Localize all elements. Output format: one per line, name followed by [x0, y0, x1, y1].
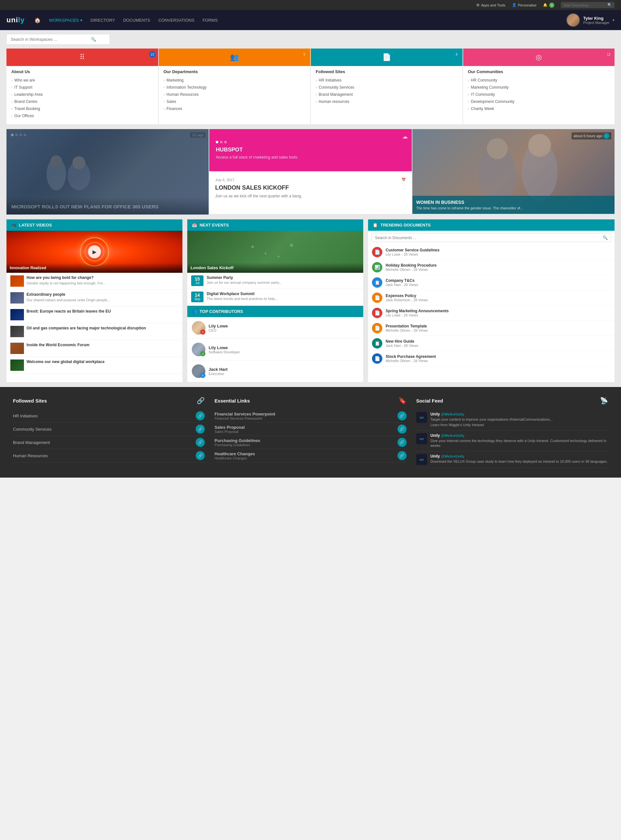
news-item-6[interactable]: Welcome our new global digital workplace [6, 357, 182, 374]
nav-conversations[interactable]: CONVERSATIONS [158, 18, 194, 23]
workspace-title-about[interactable]: About Us [6, 66, 158, 77]
news-item-4[interactable]: Oil and gas companies are facing major t… [6, 323, 182, 340]
nav-workspaces[interactable]: WORKSPACES ▾ [49, 18, 82, 23]
user-profile[interactable]: Tyler King Project Manager ▾ [566, 13, 615, 27]
ws-item[interactable]: › Marketing Community [463, 84, 615, 91]
ws-item[interactable]: › Development Community [463, 98, 615, 105]
footer-followed-item-3[interactable]: Brand Management 🔗 [13, 436, 205, 449]
followed-site-btn-4[interactable]: 🔗 [196, 451, 205, 460]
ws-item[interactable]: › IT Support [6, 84, 158, 91]
hero-hubspot-card[interactable]: ☁ HUBSPOT Access a full stack of marketi… [209, 129, 411, 171]
nav-forms[interactable]: FORMS [203, 18, 218, 23]
nav-home[interactable]: 🏠 [34, 17, 41, 23]
calendar-icon: 📅 [401, 177, 406, 182]
docs-search-bar[interactable]: 🔍 [371, 233, 611, 242]
svg-point-11 [277, 256, 279, 258]
hubspot-dot-2[interactable] [220, 141, 223, 143]
workspace-search-input[interactable] [11, 37, 88, 42]
search-icon: 🔍 [607, 3, 612, 7]
essential-link-btn-3[interactable]: 🔗 [397, 438, 407, 447]
essential-item-4[interactable]: Healthcare Changes Healthcare Changes 🔗 [214, 449, 406, 462]
ws-item[interactable]: › Travel Booking [6, 105, 158, 112]
hero-event-card[interactable]: July 6, 2017 📅 LONDON SALES KICKOFF Join… [209, 172, 411, 214]
docs-search-input[interactable] [375, 235, 601, 240]
ws-item[interactable]: › Sales [159, 98, 310, 105]
ws-item[interactable]: › Human resources [311, 98, 462, 105]
doc-title-6: Presentation Template [386, 324, 428, 328]
essential-link-btn-4[interactable]: 🔗 [397, 451, 407, 460]
role-badge-1: C [200, 329, 205, 335]
social-post-1[interactable]: un Unily @WeAreUnily Target your content… [416, 409, 608, 431]
top-search-input[interactable] [563, 3, 606, 7]
followed-site-btn-1[interactable]: 🔗 [196, 411, 205, 420]
hero-main-article[interactable]: 1D ago MICROSOFT ROLLS OUT NEW PLANS FOR… [6, 129, 209, 215]
doc-item-4[interactable]: 📄 Expenses Policy Jack Robertson - 28 Vi… [368, 290, 615, 305]
essential-link-btn-2[interactable]: 🔗 [397, 425, 407, 434]
news-item-2[interactable]: Extraordinary people Our shared values a… [6, 290, 182, 306]
apps-tools-link[interactable]: ⊞ Apps and Tools [476, 3, 505, 7]
ws-item[interactable]: › HR Initiatives [311, 77, 462, 84]
followed-site-btn-3[interactable]: 🔗 [196, 438, 205, 447]
ws-item[interactable]: › Finances [159, 105, 310, 112]
essential-item-1[interactable]: Financial Services Powerpoint Financial … [214, 409, 406, 423]
doc-item-6[interactable]: 📄 Presentation Template Michelle Obrien … [368, 321, 615, 336]
news-item-5[interactable]: Inside the World Economic Forum [6, 340, 182, 357]
event-item-1[interactable]: 15 Jul Summer Party Join us for our annu… [187, 273, 363, 289]
doc-item-8[interactable]: 📄 Stock Purchase Agreement Michelle Obri… [368, 351, 615, 366]
essential-item-2[interactable]: Sales Proposal Sales Proposal 🔗 [214, 423, 406, 436]
featured-event-thumb[interactable]: London Sales Kickoff [187, 231, 363, 273]
workspace-title-departments[interactable]: Our Departments [159, 66, 310, 77]
notifications-bell[interactable]: 🔔 0 [543, 3, 554, 8]
ws-item[interactable]: › Charity Week [463, 105, 615, 112]
ws-item[interactable]: › Brand Centre [6, 98, 158, 105]
footer-followed-item-2[interactable]: Community Services 🔗 [13, 423, 205, 436]
contributors-title: TOP CONTRIBUTORS [200, 309, 243, 314]
personalise-link[interactable]: 👤 Personalise [512, 3, 536, 7]
workspace-title-communities[interactable]: Our Communities [463, 66, 615, 77]
event-date-badge-2: 14 Sep [191, 291, 203, 302]
event-item-2[interactable]: 14 Sep Digital Workplace Summit The late… [187, 289, 363, 305]
contributor-3[interactable]: E Jack Hart Executive [187, 361, 363, 382]
footer-followed-label-4: Human Resources [13, 453, 48, 458]
doc-item-5[interactable]: 📄 Spring Marketing Announcements Lily Lo… [368, 305, 615, 321]
footer-followed-item-4[interactable]: Human Resources 🔗 [13, 449, 205, 462]
social-post-3[interactable]: un Unily @WeAreUnily Download the VELUX … [416, 451, 608, 468]
essential-link-btn-1[interactable]: 🔗 [397, 411, 407, 420]
followed-site-btn-2[interactable]: 🔗 [196, 425, 205, 434]
hubspot-dot-1[interactable] [216, 141, 218, 143]
featured-video-title: Innovation Realized [6, 263, 182, 273]
doc-item-3[interactable]: 📋 Company T&Cs Jack Hart - 28 Views [368, 275, 615, 290]
top-search-bar[interactable]: 🔍 [561, 2, 615, 8]
ws-item[interactable]: › Our Offices [6, 112, 158, 120]
ws-item[interactable]: › Brand Management [311, 91, 462, 98]
contributor-2[interactable]: S Lily Lowe Software Developer [187, 339, 363, 361]
doc-item-2[interactable]: 📊 Holiday Booking Procedure Michelle Obr… [368, 260, 615, 275]
workspace-search-bar[interactable]: 🔍 [6, 34, 110, 45]
nav-documents[interactable]: DOCUMENTS [123, 18, 150, 23]
news-item-3[interactable]: Brexit: Europe reacts as Britain leaves … [6, 306, 182, 323]
contributor-1[interactable]: C Lily Lowe CEO [187, 317, 363, 339]
ws-item[interactable]: › Marketing [159, 77, 310, 84]
event-title-2: Digital Workplace Summit [207, 291, 278, 296]
ws-item[interactable]: › Leadership Area [6, 91, 158, 98]
ws-item[interactable]: › Community Services [311, 84, 462, 91]
ws-item[interactable]: › Human Resources [159, 91, 310, 98]
essential-item-3[interactable]: Purchasing Guidelines Purchasing Guideli… [214, 436, 406, 449]
hero-event-title: LONDON SALES KICKOFF [215, 185, 406, 191]
ws-item[interactable]: › HR Community [463, 77, 615, 84]
social-post-2[interactable]: un Unily @WeAreUnily Give your internal … [416, 431, 608, 451]
footer-followed-item-1[interactable]: HR Initiatives 🔗 [13, 409, 205, 423]
hero-women-card[interactable]: about 6 hours ago ↑ WOMEN IN BUSINESS Th… [412, 129, 615, 214]
logo[interactable]: unily [6, 16, 24, 24]
unily-social-logo-3: un [416, 454, 427, 465]
hubspot-dot-3[interactable] [224, 141, 227, 143]
featured-video-thumb[interactable]: ▶ Innovation Realized [6, 231, 182, 273]
doc-item-1[interactable]: 📄 Customer Service Guidelines Lily Lowe … [368, 245, 615, 260]
workspace-title-followed[interactable]: Followed Sites [311, 66, 462, 77]
ws-item[interactable]: › Who we are [6, 77, 158, 84]
nav-directory[interactable]: DIRECTORY [91, 18, 115, 23]
news-item-1[interactable]: How are you being bold for change? Gende… [6, 273, 182, 290]
ws-item[interactable]: › IT Community [463, 91, 615, 98]
doc-item-7[interactable]: 📋 New Hire Guide Jack Hart - 28 Views [368, 336, 615, 351]
ws-item[interactable]: › Information Technology [159, 84, 310, 91]
